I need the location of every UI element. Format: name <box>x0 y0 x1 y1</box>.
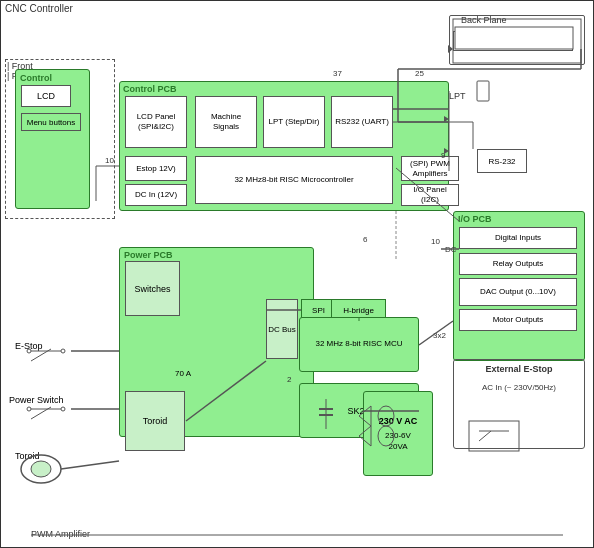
dac-output-box: DAC Output (0...10V) <box>459 278 577 306</box>
wire-label-25: 25 <box>415 69 424 78</box>
lpt-block: LPT (Step/Dir) <box>263 96 325 148</box>
svg-line-24 <box>31 407 51 419</box>
rs232-box: RS-232 <box>477 149 527 173</box>
digital-inputs-box: Digital Inputs <box>459 227 577 249</box>
wire-label-10-left: 10 <box>105 156 114 165</box>
svg-line-31 <box>61 461 119 469</box>
external-estop-label: External E-Stop <box>457 363 581 374</box>
toroid-left-label: Toroid <box>15 451 40 461</box>
lcd-panel-block: LCD Panel (SPI&I2C) <box>125 96 187 148</box>
dc-in-block: DC In (12V) <box>125 184 187 206</box>
io-panel-block: I/O Panel (I2C) <box>401 184 459 206</box>
wire-label-37: 37 <box>333 69 342 78</box>
risc-mcu-box: 32 MHz 8-bit RISC MCU <box>299 317 419 372</box>
toroid-box: Toroid <box>125 391 185 451</box>
machine-signals-top: Machine Signals <box>453 31 573 51</box>
diagram-container: CNC Controller Back Plane Machine Signal… <box>0 0 594 548</box>
wire-label-10-right: 10 <box>431 237 440 246</box>
control-label: Control <box>20 73 52 83</box>
svg-point-28 <box>31 461 51 477</box>
label-70a: 70 A <box>175 369 191 378</box>
estop-left-label: E-Stop <box>15 341 43 351</box>
machine-signals-block: Machine Signals <box>195 96 257 148</box>
wire-label-6: 6 <box>363 235 367 244</box>
svg-point-25 <box>61 407 65 411</box>
ac-in-label: AC In (~ 230V/50Hz) <box>457 381 581 392</box>
svg-point-21 <box>61 349 65 353</box>
pwm-amplifier-label: PWM Amplifier <box>31 529 90 539</box>
lpt-right-label: LPT <box>449 91 466 101</box>
io-pcb-label: I/O PCB <box>458 214 492 224</box>
back-plane-label: Back Plane <box>461 15 507 25</box>
wire-label-9: 9 <box>441 151 445 160</box>
relay-outputs-box: Relay Outputs <box>459 253 577 275</box>
switches-box: Switches <box>125 261 180 316</box>
ac230-box: 230 V AC 230-6V 20VA <box>363 391 433 476</box>
wire-label-3x2: 3x2 <box>433 331 446 340</box>
microcontroller-block: 32 MHz8-bit RISC Microcontroller <box>195 156 393 204</box>
menu-buttons-box: Menu buttons <box>21 113 81 131</box>
wire-label-dc: DC <box>445 245 457 254</box>
estop-block: Estop 12V) <box>125 156 187 181</box>
svg-rect-2 <box>477 81 489 101</box>
dc-bus-box: DC Bus <box>266 299 298 359</box>
power-pcb-label: Power PCB <box>124 250 173 260</box>
svg-point-26 <box>27 407 31 411</box>
rs232-uart-block: RS232 (UART) <box>331 96 393 148</box>
title: CNC Controller <box>5 3 73 14</box>
spi-pwm-block: (SPI) PWM Amplifiers <box>401 156 459 181</box>
control-pcb-label: Control PCB <box>123 84 177 94</box>
wire-label-2: 2 <box>287 375 291 384</box>
lcd-box: LCD <box>21 85 71 107</box>
motor-outputs-box: Motor Outputs <box>459 309 577 331</box>
power-switch-label: Power Switch <box>9 395 64 405</box>
